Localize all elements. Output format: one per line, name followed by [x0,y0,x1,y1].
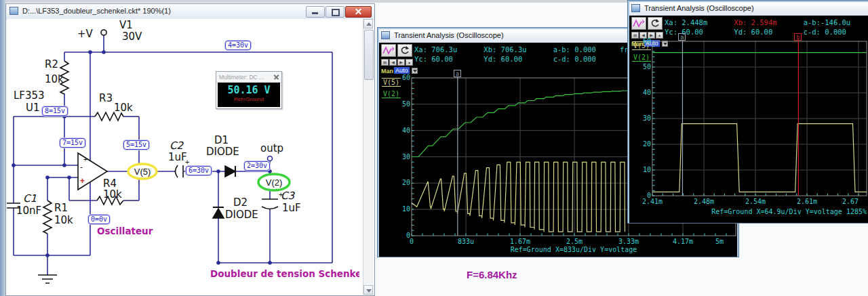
x-tick-label: 2.67 [837,198,864,205]
maximize-button[interactable] [326,6,344,18]
y-tick-label: 30 [397,153,410,161]
c1-name: C1 [23,192,37,205]
scope2-footer: Ref=Ground X=64.9u/Div Y=voltage 1285% [711,208,867,215]
multimeter-window[interactable]: Multimeter: DC ... 50.16 V Ref=Ground [216,71,282,109]
c1-value: 10nF [16,205,41,217]
x-tick-label: 2.5m [561,238,588,245]
node-badge-4[interactable]: 4=30v [225,41,251,50]
close-button[interactable] [345,6,372,18]
y-tick-label: 50 [637,63,651,70]
scrollbar-thumb[interactable] [364,30,374,80]
r1-name: R1 [54,202,68,214]
c3-polarity: + [279,190,283,198]
scope2-plot-area[interactable]: 60504030201002.41m2.48m2.54m2.61m2.67ab [629,16,868,223]
v1-value: 30V [122,30,142,43]
minimize-icon [312,12,318,14]
multimeter-display: 50.16 V Ref=Ground [218,83,280,107]
x-tick-label: 0 [398,238,425,245]
mdi-top-strip [0,0,627,3]
svg-text:V(5): V(5) [134,167,151,177]
opamp-part: LF353 [14,89,45,102]
r3-value: 10k [114,102,133,114]
y-tick-label: 20 [637,140,651,148]
scope2-titlebar[interactable]: Transient Analysis (Oscilloscope) [629,2,868,16]
desktop: D:...\LF353_doubleur_schenkel.ckt* 190%(… [0,0,868,296]
node-badge-7[interactable]: 7=15v [60,138,85,148]
x-tick-label: 2.61m [793,198,821,205]
scope2-window-icon [631,4,640,12]
r1-value: 10k [54,214,73,226]
node-badge-2[interactable]: 2=30v [244,161,270,171]
node-badge-6[interactable]: 6=30v [186,166,212,175]
diode-d1 [225,166,235,177]
y-tick-label: 10 [637,166,651,173]
mdi-left-strip [0,0,5,296]
r2-name: R2 [45,58,58,70]
scroll-up-icon[interactable] [363,19,373,28]
v1-name: V1 [119,19,133,31]
resistor-r1 [43,200,52,234]
outp-terminal [268,156,273,161]
schematic-window-icon [9,7,18,15]
scroll-down-icon[interactable] [363,285,373,295]
scope1-window-icon [381,31,390,39]
scope1-footer: Ref=Ground X=833u/Div Y=voltage [412,246,736,253]
schematic-scrollbar[interactable] [363,19,374,295]
r4-value: 10k [103,188,122,200]
schematic-titlebar[interactable]: D:...\LF353_doubleur_schenkel.ckt* 190%(… [6,4,374,20]
trace-V(2) [412,91,628,157]
y-tick-label: 40 [397,127,410,134]
x-tick-label: 2.41m [639,198,666,205]
c2-polarity: + [185,158,189,166]
y-tick-label: 60 [637,37,651,45]
scope2-body: ▤ ◀ ▶ ▴ Man Auto Xa: 2.448m Xb: 2.594m a… [629,16,868,223]
y-tick-label: 60 [397,74,410,81]
node-badge-5[interactable]: 5=15v [123,140,149,150]
c3-value: 1uF [282,202,301,214]
y-tick-label: 20 [397,179,410,186]
probe-v5[interactable]: V(5) [128,164,157,179]
schematic-window-title: D:...\LF353_doubleur_schenkel.ckt* 190%(… [22,7,171,15]
x-tick-label: 2.48m [690,198,717,205]
multimeter-title: Multimeter: DC ... [219,74,264,81]
probe-v2[interactable]: V(2) [258,174,290,190]
capacitor-c3 [262,199,278,209]
opamp-supply-plus: + [83,156,87,163]
multimeter-titlebar[interactable]: Multimeter: DC ... [216,72,281,83]
minimize-button[interactable] [306,6,325,18]
d1-type: DIODE [206,146,239,158]
multimeter-close-icon[interactable] [273,74,279,80]
x-tick-label: 833u [452,238,479,245]
scope2-window: Transient Analysis (Oscilloscope) ▤ ◀ ▶ … [627,0,868,224]
opamp-noninverting-pin: + [80,176,85,186]
schematic-canvas[interactable]: +V V1 30V R2 10k LF353 U1 R3 10k C2 1uF … [7,19,363,295]
multimeter-reference: Ref=Ground [218,96,280,102]
frequency-annotation: F=6.84Khz [467,269,517,280]
multimeter-value: 50.16 V [218,84,280,96]
x-tick-label: 5m [706,238,733,245]
scope2-title: Transient Analysis (Oscilloscope) [644,4,754,12]
x-tick-label: 2.54m [742,198,769,205]
x-tick-label: 4.17m [669,238,696,245]
trace-V(5) [412,162,625,232]
schematic-drawing[interactable]: +V V1 30V R2 10k LF353 U1 R3 10k C2 1uF … [7,19,359,295]
schematic-window: D:...\LF353_doubleur_schenkel.ckt* 190%(… [5,3,375,296]
trace-V(5) [652,124,867,192]
cursor-a-marker[interactable]: a [678,33,686,41]
y-tick-label: 30 [637,114,651,122]
node-badge-0[interactable]: 0=0v [88,215,110,224]
y-tick-label: 40 [637,89,651,96]
scope1-title: Transient Analysis (Oscilloscope) [394,31,504,39]
y-tick-label: 10 [397,205,410,213]
cursor-a-marker[interactable]: a [454,70,461,77]
c2-name: C2 [170,140,184,152]
scope2-plot[interactable] [629,16,868,223]
r3-name: R3 [99,92,113,104]
vplus-terminal [101,30,106,35]
oscillator-caption: Oscillateur [97,226,153,236]
node-badge-8[interactable]: 8=15v [42,106,68,116]
vplus-label: +V [77,28,94,40]
d2-type: DIODE [225,209,258,221]
r2-value: 10k [45,73,64,85]
cursor-b-marker[interactable]: b [794,33,802,41]
